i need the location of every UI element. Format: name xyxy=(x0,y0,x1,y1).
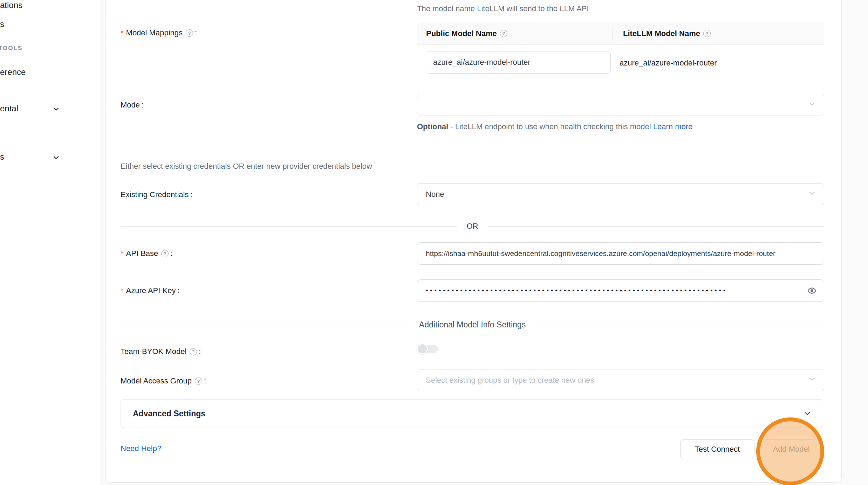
chevron-down-icon xyxy=(808,189,816,200)
column-divider xyxy=(613,28,613,40)
add-model-button[interactable]: Add Model xyxy=(758,439,824,459)
azure-api-key-input[interactable]: ••••••••••••••••••••••••••••••••••••••••… xyxy=(417,279,824,302)
mode-select[interactable] xyxy=(417,94,824,116)
chevron-down-icon xyxy=(803,409,812,418)
model-access-group-placeholder: Select existing groups or type to create… xyxy=(426,376,594,385)
header-litellm-model-name: LiteLLM Model Name ? xyxy=(613,29,711,38)
sidebar-item-truncated-4[interactable]: ental xyxy=(0,104,18,113)
sidebar-item-label: s xyxy=(0,19,4,29)
optional-bold: Optional xyxy=(417,122,448,131)
required-asterisk: * xyxy=(121,249,124,258)
existing-credentials-select[interactable]: None xyxy=(417,183,824,205)
existing-credentials-value: None xyxy=(426,190,444,199)
api-base-label: * API Base ? : xyxy=(121,248,172,259)
sidebar: ations s TOOLS erence ental s xyxy=(0,0,101,485)
sidebar-item-truncated-3[interactable]: erence xyxy=(0,67,26,77)
additional-settings-divider-text: Additional Model Info Settings xyxy=(419,320,526,330)
question-circle-icon[interactable]: ? xyxy=(186,29,193,37)
required-asterisk: * xyxy=(121,286,124,295)
divider-line xyxy=(488,226,825,227)
add-model-screen: ations s TOOLS erence ental s The model … xyxy=(0,0,868,485)
team-byok-toggle[interactable] xyxy=(417,343,439,355)
eye-icon[interactable] xyxy=(807,286,817,296)
sidebar-item-truncated-5[interactable]: s xyxy=(0,152,4,162)
table-row: azure_ai/azure-model-router xyxy=(417,45,824,81)
question-circle-icon[interactable]: ? xyxy=(190,348,197,355)
sidebar-item-truncated-2[interactable]: s xyxy=(0,19,4,29)
team-byok-label: Team-BYOK Model ? : xyxy=(121,346,201,357)
chevron-down-icon xyxy=(52,153,60,163)
azure-api-key-label: * Azure API Key : xyxy=(121,285,180,296)
model-mappings-table: Public Model Name ? LiteLLM Model Name ?… xyxy=(417,22,824,81)
or-divider: OR xyxy=(121,221,824,231)
credentials-note: Either select existing credentials OR en… xyxy=(121,162,372,171)
sidebar-item-truncated-1[interactable]: ations xyxy=(0,0,22,10)
chevron-down-icon xyxy=(808,375,816,386)
sidebar-item-label: ental xyxy=(0,104,18,113)
masked-key-value: ••••••••••••••••••••••••••••••••••••••••… xyxy=(426,287,727,295)
question-circle-icon[interactable]: ? xyxy=(500,30,507,37)
model-mappings-table-header: Public Model Name ? LiteLLM Model Name ? xyxy=(417,22,824,45)
header-public-model-name: Public Model Name ? xyxy=(417,29,613,38)
question-circle-icon[interactable]: ? xyxy=(195,377,202,385)
sidebar-item-label: s xyxy=(0,152,4,162)
or-divider-text: OR xyxy=(467,222,478,231)
chevron-down-icon xyxy=(52,105,60,115)
mode-label: Mode : xyxy=(121,99,144,111)
advanced-settings-header[interactable]: Advanced Settings xyxy=(121,399,824,428)
divider-line xyxy=(535,325,824,325)
chevron-down-icon xyxy=(808,100,816,110)
test-connect-button[interactable]: Test Connect xyxy=(680,439,754,459)
learn-more-link[interactable]: Learn more xyxy=(653,122,693,131)
existing-credentials-label: Existing Credentials : xyxy=(121,189,193,200)
additional-settings-divider: Additional Model Info Settings xyxy=(121,319,824,330)
divider-line xyxy=(121,325,409,325)
need-help-link[interactable]: Need Help? xyxy=(121,444,161,453)
sidebar-item-label: ations xyxy=(0,0,22,10)
model-mappings-label: * Model Mappings ? : xyxy=(121,27,197,39)
sidebar-item-label: erence xyxy=(0,67,26,77)
litellm-model-name-help-text: The model name LiteLLM will send to the … xyxy=(417,4,589,13)
question-circle-icon[interactable]: ? xyxy=(703,30,711,37)
api-base-input[interactable] xyxy=(417,242,824,265)
advanced-settings-title: Advanced Settings xyxy=(133,409,803,418)
mode-help-text: Optional - LiteLLM endpoint to use when … xyxy=(417,120,725,134)
litellm-model-name-value: azure_ai/azure-model-router xyxy=(620,45,717,81)
required-asterisk: * xyxy=(121,28,124,37)
toggle-knob xyxy=(417,343,428,354)
public-model-name-input[interactable] xyxy=(426,51,611,74)
model-access-group-select[interactable]: Select existing groups or type to create… xyxy=(417,369,824,391)
sidebar-section-tools: TOOLS xyxy=(0,45,22,52)
divider-line xyxy=(121,226,457,227)
question-circle-icon[interactable]: ? xyxy=(161,250,169,257)
model-access-group-label: Model Access Group ? : xyxy=(121,375,206,387)
